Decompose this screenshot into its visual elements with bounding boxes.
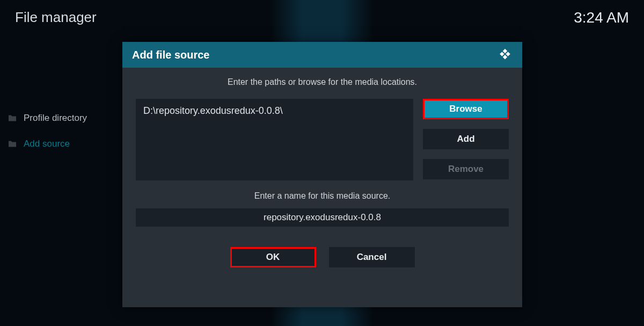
- name-input[interactable]: repository.exodusredux-0.0.8: [136, 208, 509, 227]
- folder-icon: [8, 114, 17, 122]
- sidebar: Profile directory Add source: [8, 113, 87, 164]
- clock: 3:24 AM: [574, 9, 629, 26]
- dialog-title: Add file source: [132, 49, 209, 61]
- browse-button[interactable]: Browse: [423, 99, 509, 119]
- path-instruction: Enter the paths or browse for the media …: [136, 77, 509, 87]
- sidebar-item-profile-directory[interactable]: Profile directory: [8, 113, 87, 124]
- path-input[interactable]: D:\repository.exodusredux-0.0.8\: [136, 99, 413, 180]
- sidebar-item-add-source[interactable]: Add source: [8, 139, 87, 149]
- sidebar-item-label: Profile directory: [24, 113, 87, 124]
- page-title: File manager: [15, 9, 97, 26]
- add-button[interactable]: Add: [423, 129, 509, 149]
- ok-button[interactable]: OK: [230, 247, 316, 267]
- add-file-source-dialog: Add file source Enter the paths or brows…: [122, 42, 522, 307]
- remove-button[interactable]: Remove: [423, 159, 509, 179]
- sidebar-item-label: Add source: [24, 139, 70, 149]
- dialog-header: Add file source: [122, 42, 522, 68]
- folder-icon: [8, 140, 17, 148]
- kodi-logo-icon: [497, 47, 513, 62]
- cancel-button[interactable]: Cancel: [329, 247, 415, 267]
- name-instruction: Enter a name for this media source.: [136, 191, 509, 201]
